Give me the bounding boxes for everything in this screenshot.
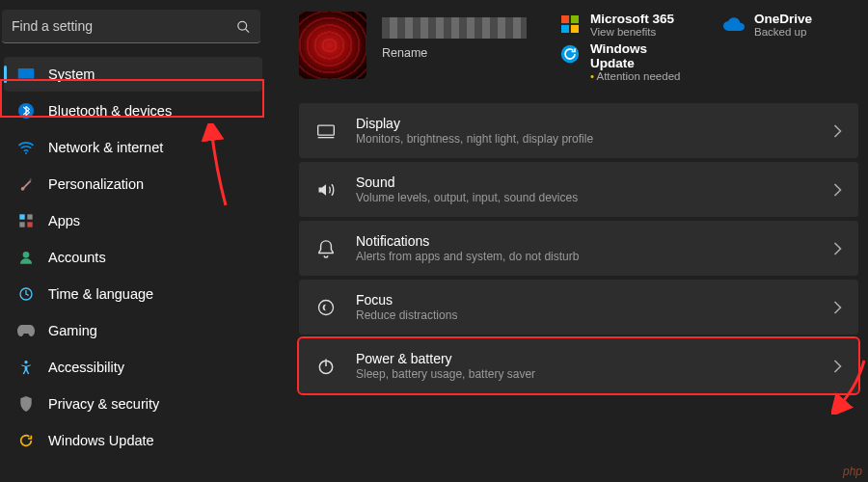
card-title: Power & battery: [356, 351, 814, 366]
sidebar-nav: System Bluetooth & devices Network & int…: [0, 57, 266, 458]
svg-rect-18: [318, 125, 335, 135]
focus-icon: [315, 298, 337, 317]
main-panel: Rename Microsoft 365 View benefits OneDr…: [270, 0, 868, 482]
sidebar-item-gaming[interactable]: Gaming: [4, 313, 262, 348]
sidebar-item-label: Accessibility: [48, 360, 124, 375]
svg-rect-7: [27, 214, 32, 219]
card-title: Display: [356, 116, 814, 131]
card-title: Sound: [356, 174, 814, 190]
sidebar-item-network[interactable]: Network & internet: [4, 130, 262, 165]
card-display[interactable]: Display Monitors, brightness, night ligh…: [299, 103, 858, 158]
chevron-right-icon: [833, 242, 842, 255]
sidebar-item-label: Time & language: [48, 286, 153, 302]
svg-rect-14: [571, 15, 579, 23]
accessibility-icon: [17, 359, 35, 376]
card-power-battery[interactable]: Power & battery Sleep, battery usage, ba…: [299, 338, 858, 393]
tile-title: OneDrive: [754, 12, 812, 26]
clock-globe-icon: [17, 285, 35, 303]
sidebar-item-privacy[interactable]: Privacy & security: [4, 387, 262, 421]
watermark: php: [843, 465, 862, 478]
card-notifications[interactable]: Notifications Alerts from apps and syste…: [299, 221, 858, 276]
sidebar-item-system[interactable]: System: [4, 57, 262, 92]
shield-icon: [17, 395, 35, 413]
svg-point-5: [25, 152, 27, 154]
sound-icon: [315, 181, 337, 199]
chevron-right-icon: [833, 301, 842, 314]
card-sub: Volume levels, output, input, sound devi…: [356, 191, 814, 204]
profile-text: Rename: [382, 12, 527, 60]
tile-sub: View benefits: [590, 26, 674, 38]
sidebar-item-label: System: [48, 67, 95, 82]
card-sub: Reduce distractions: [356, 308, 814, 322]
onedrive-icon: [723, 13, 745, 35]
rename-link[interactable]: Rename: [382, 46, 527, 60]
svg-point-17: [561, 45, 579, 63]
sidebar-item-label: Bluetooth & devices: [48, 103, 172, 119]
card-sub: Sleep, battery usage, battery saver: [356, 367, 814, 381]
sidebar-item-bluetooth[interactable]: Bluetooth & devices: [4, 94, 262, 128]
paintbrush-icon: [17, 175, 35, 193]
tile-sub: Attention needed: [590, 70, 694, 82]
bell-icon: [315, 239, 337, 258]
search-icon: [236, 19, 251, 34]
svg-point-12: [24, 361, 27, 363]
device-name-redacted: [382, 17, 527, 39]
settings-cards: Display Monitors, brightness, night ligh…: [299, 103, 858, 393]
svg-point-20: [319, 300, 334, 314]
svg-rect-13: [561, 15, 569, 23]
top-row: Rename Microsoft 365 View benefits OneDr…: [299, 12, 858, 82]
tile-windows-update[interactable]: Windows Update Attention needed: [559, 41, 694, 82]
sidebar-item-update[interactable]: Windows Update: [4, 423, 262, 458]
status-tiles: Microsoft 365 View benefits OneDrive Bac…: [559, 12, 858, 82]
sidebar-item-label: Accounts: [48, 250, 106, 265]
chevron-right-icon: [833, 360, 842, 373]
svg-point-0: [238, 21, 247, 30]
svg-rect-16: [571, 25, 579, 33]
apps-icon: [17, 212, 35, 229]
svg-rect-9: [27, 222, 32, 227]
sidebar-item-label: Network & internet: [48, 140, 163, 155]
svg-rect-3: [18, 79, 35, 81]
card-title: Focus: [356, 292, 814, 308]
gamepad-icon: [17, 322, 35, 339]
bluetooth-icon: [17, 102, 35, 120]
update-circle-icon: [559, 43, 581, 65]
sidebar-item-accessibility[interactable]: Accessibility: [4, 350, 262, 385]
profile-block: Rename: [299, 12, 527, 82]
sidebar-item-time[interactable]: Time & language: [4, 277, 262, 311]
tile-microsoft365[interactable]: Microsoft 365 View benefits: [559, 12, 694, 38]
tile-title: Windows Update: [590, 41, 694, 70]
card-sub: Alerts from apps and system, do not dist…: [356, 250, 814, 263]
search-wrap: [2, 10, 260, 43]
tile-title: Microsoft 365: [590, 12, 674, 26]
svg-line-1: [245, 28, 249, 32]
power-icon: [315, 357, 337, 376]
sidebar-item-label: Gaming: [48, 323, 97, 338]
svg-rect-8: [19, 222, 24, 227]
sidebar: System Bluetooth & devices Network & int…: [0, 0, 270, 482]
chevron-right-icon: [833, 183, 842, 197]
card-title: Notifications: [356, 233, 814, 249]
sidebar-item-apps[interactable]: Apps: [4, 203, 262, 238]
card-focus[interactable]: Focus Reduce distractions: [299, 280, 858, 335]
wifi-icon: [17, 139, 35, 156]
sidebar-item-label: Windows Update: [48, 433, 154, 448]
search-input[interactable]: [2, 10, 260, 43]
system-icon: [17, 66, 35, 83]
sidebar-item-personalization[interactable]: Personalization: [4, 167, 262, 201]
profile-picture[interactable]: [299, 12, 366, 79]
tile-onedrive[interactable]: OneDrive Backed up: [723, 12, 858, 38]
card-sound[interactable]: Sound Volume levels, output, input, soun…: [299, 162, 858, 217]
sidebar-item-accounts[interactable]: Accounts: [4, 240, 262, 275]
update-icon: [17, 432, 35, 449]
sidebar-item-label: Personalization: [48, 176, 144, 192]
chevron-right-icon: [833, 124, 842, 138]
svg-rect-15: [561, 25, 569, 33]
person-icon: [17, 249, 35, 266]
tile-sub: Backed up: [754, 26, 812, 38]
display-icon: [315, 123, 337, 139]
sidebar-item-label: Privacy & security: [48, 396, 159, 412]
svg-rect-6: [19, 214, 24, 219]
card-sub: Monitors, brightness, night light, displ…: [356, 132, 814, 146]
svg-rect-2: [18, 68, 35, 79]
